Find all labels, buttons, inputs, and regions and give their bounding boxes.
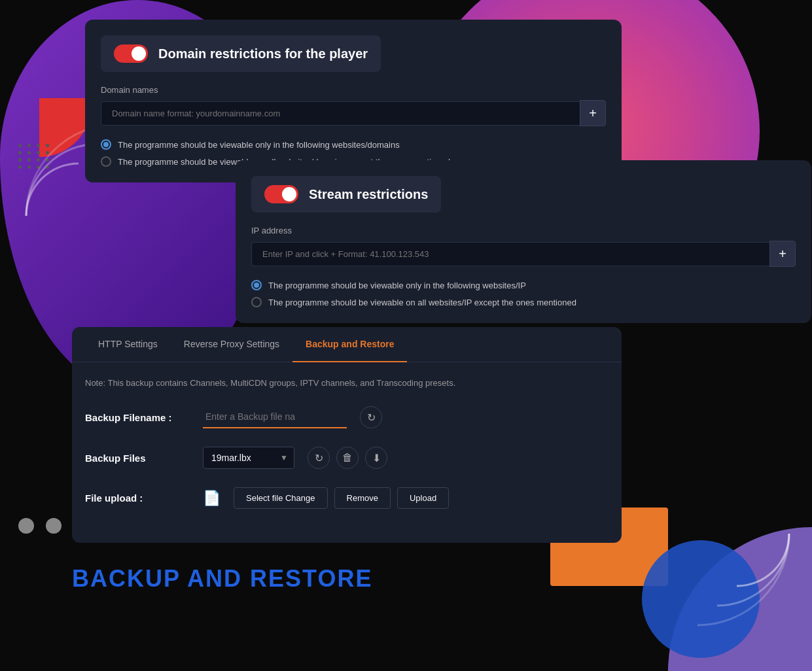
stream-panel-header: Stream restrictions — [251, 176, 441, 213]
backup-download-button[interactable]: ⬇ — [365, 447, 387, 469]
backup-files-label: Backup Files — [85, 453, 190, 464]
settings-panel: HTTP Settings Reverse Proxy Settings Bac… — [72, 327, 622, 543]
backup-delete-button[interactable]: 🗑 — [336, 447, 359, 469]
ip-address-input[interactable] — [251, 242, 769, 266]
remove-button[interactable]: Remove — [334, 487, 391, 509]
domain-panel-header: Domain restrictions for the player — [101, 35, 381, 72]
domain-input-row: + — [101, 100, 606, 126]
backup-filename-label: Backup Filename : — [85, 412, 190, 423]
domain-add-button[interactable]: + — [580, 100, 606, 126]
backup-files-select[interactable]: 19mar.lbx — [203, 447, 294, 469]
stream-radio-except[interactable]: The programme should be viewable on all … — [251, 297, 796, 307]
stream-radio-viewable-only[interactable]: The programme should be viewable only in… — [251, 280, 796, 290]
backup-filename-refresh-button[interactable]: ↻ — [360, 406, 382, 428]
stream-radio-circle-2 — [251, 297, 262, 307]
backup-restore-content: Note: This backup contains Channels, Mul… — [72, 362, 622, 543]
upload-button[interactable]: Upload — [397, 487, 449, 509]
stream-restrictions-panel: Stream restrictions IP address + The pro… — [236, 160, 811, 323]
backup-refresh-button[interactable]: ↻ — [308, 447, 330, 469]
domain-radio-circle-2 — [101, 156, 111, 167]
domain-names-section: Domain names + — [101, 85, 606, 126]
domain-radio-label-1: The programme should be viewable only in… — [118, 140, 400, 150]
file-upload-label: File upload : — [85, 492, 190, 504]
file-icon: 📄 — [203, 490, 221, 507]
domain-radio-circle-1 — [101, 139, 111, 150]
tab-backup-restore[interactable]: Backup and Restore — [292, 327, 407, 362]
ip-input-row: + — [251, 241, 796, 267]
domain-toggle[interactable] — [114, 44, 148, 63]
domain-name-input[interactable] — [101, 101, 580, 126]
domain-names-label: Domain names — [101, 85, 606, 95]
backup-filename-input[interactable] — [203, 406, 347, 428]
domain-toggle-knob — [132, 46, 146, 61]
stream-panel-title: Stream restrictions — [309, 187, 428, 202]
page-title: BACKUP AND RESTORE — [72, 565, 372, 593]
backup-action-buttons: ↻ 🗑 ⬇ — [308, 447, 387, 469]
tab-reverse-proxy[interactable]: Reverse Proxy Settings — [171, 327, 292, 362]
file-upload-action-buttons: Select file Change Remove Upload — [234, 487, 449, 509]
backup-files-row: Backup Files 19mar.lbx ▼ ↻ 🗑 ⬇ — [85, 447, 609, 469]
backup-files-select-wrapper: 19mar.lbx ▼ — [203, 447, 294, 469]
ip-add-button[interactable]: + — [769, 241, 796, 267]
stream-toggle[interactable] — [264, 185, 298, 203]
backup-note: Note: This backup contains Channels, Mul… — [85, 378, 609, 388]
domain-radio-viewable-only[interactable]: The programme should be viewable only in… — [101, 139, 606, 150]
arc-right-decoration — [688, 527, 792, 632]
domain-panel-title: Domain restrictions for the player — [158, 46, 368, 61]
tabs-row: HTTP Settings Reverse Proxy Settings Bac… — [72, 327, 622, 362]
backup-filename-row: Backup Filename : ↻ — [85, 406, 609, 428]
stream-radio-group: The programme should be viewable only in… — [251, 280, 796, 307]
stream-toggle-knob — [282, 187, 296, 201]
stream-radio-label-1: The programme should be viewable only in… — [268, 281, 526, 290]
domain-restrictions-panel: Domain restrictions for the player Domai… — [85, 20, 622, 182]
tab-http-settings[interactable]: HTTP Settings — [85, 327, 171, 362]
stream-radio-label-2: The programme should be viewable on all … — [268, 298, 576, 307]
file-upload-row: File upload : 📄 Select file Change Remov… — [85, 487, 609, 509]
select-file-button[interactable]: Select file Change — [234, 487, 328, 509]
ip-address-label: IP address — [251, 226, 796, 235]
ip-address-section: IP address + — [251, 226, 796, 267]
stream-radio-circle-1 — [251, 280, 262, 290]
